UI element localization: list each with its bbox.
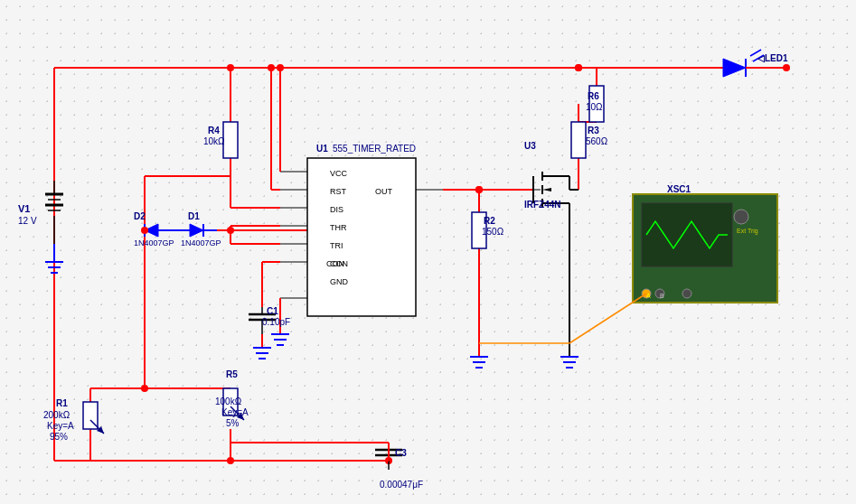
svg-text:555_TIMER_RATED: 555_TIMER_RATED (333, 144, 416, 154)
svg-text:D1: D1 (188, 211, 200, 221)
svg-text:Ext Trig: Ext Trig (737, 228, 758, 235)
svg-text:0.00047μF: 0.00047μF (380, 480, 423, 490)
svg-text:IRFZ44N: IRFZ44N (524, 200, 561, 210)
svg-text:R6: R6 (588, 91, 599, 101)
svg-text:150Ω: 150Ω (482, 227, 504, 237)
svg-point-150 (141, 227, 148, 234)
svg-text:560Ω: 560Ω (586, 136, 608, 146)
svg-marker-111 (542, 188, 551, 191)
svg-text:U1: U1 (316, 144, 328, 154)
svg-text:12 V: 12 V (18, 216, 37, 226)
circuit-schematic: VCC RST DIS THR TRI CON GND OUT (0, 0, 856, 504)
svg-point-39 (268, 64, 275, 71)
svg-text:RST: RST (330, 187, 347, 196)
svg-text:VCC: VCC (330, 169, 348, 178)
svg-text:10kΩ: 10kΩ (203, 136, 225, 146)
svg-text:C3: C3 (395, 448, 407, 458)
svg-line-146 (569, 294, 646, 343)
svg-text:A: A (646, 293, 651, 299)
svg-point-99 (783, 64, 790, 71)
svg-text:200kΩ: 200kΩ (43, 410, 71, 420)
svg-text:Key=A: Key=A (47, 421, 74, 431)
svg-text:OUT: OUT (375, 187, 393, 196)
svg-text:1N4007GP: 1N4007GP (134, 238, 174, 247)
svg-text:CON: CON (326, 259, 344, 268)
svg-marker-126 (190, 224, 203, 237)
svg-text:0.10pF: 0.10pF (262, 317, 290, 327)
svg-text:D2: D2 (134, 211, 146, 221)
svg-text:TRI: TRI (330, 241, 343, 250)
svg-text:Key=A: Key=A (221, 407, 249, 417)
svg-text:V1: V1 (18, 203, 30, 214)
svg-point-145 (682, 289, 691, 298)
svg-text:R3: R3 (588, 126, 599, 135)
svg-point-36 (277, 64, 284, 71)
svg-text:100kΩ: 100kΩ (215, 397, 242, 406)
svg-text:10Ω: 10Ω (586, 102, 603, 112)
svg-text:C1: C1 (267, 306, 278, 316)
svg-text:1N4007GP: 1N4007GP (181, 238, 221, 247)
svg-text:95%: 95% (50, 432, 68, 442)
svg-text:R4: R4 (208, 126, 220, 135)
svg-text:THR: THR (330, 223, 347, 232)
svg-point-151 (227, 64, 234, 71)
svg-point-141 (734, 210, 748, 224)
svg-text:GND: GND (330, 277, 349, 286)
svg-text:B: B (660, 293, 664, 299)
svg-point-152 (475, 186, 483, 193)
svg-rect-117 (223, 122, 238, 158)
svg-text:DIS: DIS (330, 205, 343, 214)
svg-text:R2: R2 (484, 216, 495, 226)
svg-marker-94 (723, 59, 746, 77)
svg-text:R5: R5 (226, 369, 238, 379)
svg-text:◁LED1: ◁LED1 (757, 53, 788, 63)
svg-text:U3: U3 (524, 141, 536, 151)
svg-text:R1: R1 (56, 398, 68, 408)
svg-point-153 (575, 64, 582, 71)
svg-point-70 (141, 385, 148, 392)
svg-text:XSC1: XSC1 (667, 184, 691, 194)
svg-text:5%: 5% (226, 418, 240, 428)
svg-rect-18 (307, 158, 416, 316)
svg-rect-124 (571, 122, 586, 158)
